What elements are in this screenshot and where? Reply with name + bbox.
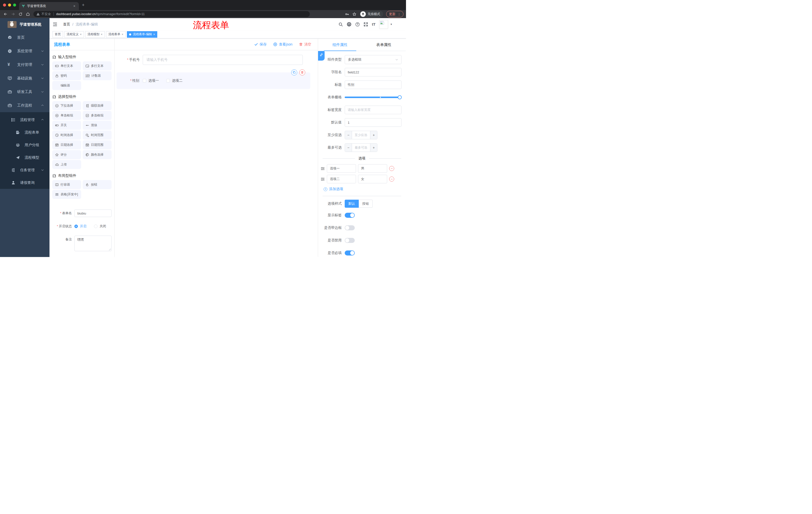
sidebar-logo[interactable]: 芋道管理系统 [0,18,50,31]
component-type-select[interactable]: 多选框组 [345,55,402,64]
label-width-input[interactable]: 请输入标签宽度 [345,106,402,114]
palette-item-date-picker[interactable]: 日期选择 [52,140,81,150]
remove-option-button[interactable]: − [389,177,394,182]
increase-icon[interactable]: + [370,131,377,139]
delete-component-button[interactable] [299,70,305,76]
status-on-label[interactable]: 开启 [80,224,86,228]
bookmark-star-icon[interactable] [352,12,356,16]
status-off-radio[interactable] [94,224,97,228]
style-default-button[interactable]: 默认 [345,200,359,208]
form-remark-textarea[interactable]: 嘿嘿 [75,236,112,251]
url-bar[interactable]: 不安全 dashboard.yudao.iocoder.cn/bpm/manag… [33,11,310,17]
checkbox-icon[interactable] [166,79,170,82]
help-icon[interactable] [355,22,360,27]
browser-menu-icon[interactable]: ⋮ [398,12,401,16]
status-on-radio[interactable] [75,224,78,228]
sidebar-item-user-group[interactable]: 用户分组 [0,139,50,151]
palette-item-select[interactable]: 下拉选择 [52,101,81,110]
tag-process-model[interactable]: 流程模型× [85,31,105,38]
palette-item-counter[interactable]: 123计数器 [83,71,112,80]
add-option-button[interactable]: + 添加选项 [324,187,406,191]
forward-icon[interactable] [11,12,15,16]
breadcrumb-home[interactable]: 首页 [63,22,70,27]
min-select-stepper[interactable]: − 至少应选 + [345,131,377,139]
form-name-input[interactable]: biubiu [75,210,112,217]
canvas-field-phone[interactable]: 手机号 请输入手机号 [123,55,303,65]
close-icon[interactable]: × [101,33,103,36]
disabled-switch[interactable] [345,238,355,243]
sidebar-item-system[interactable]: 系统管理 [0,44,50,58]
tab-form-props[interactable]: 表单属性 [362,39,406,51]
link-badge[interactable] [318,51,325,61]
gender-option-2[interactable]: 选项二 [166,78,182,83]
palette-item-button[interactable]: 按钮 [83,180,112,189]
option-label-input[interactable]: 选项二 [327,175,356,183]
option-value-input[interactable]: 女 [358,175,387,183]
palette-item-time-range[interactable]: 时间范围 [83,131,112,140]
close-icon[interactable]: × [80,33,82,36]
palette-item-color-picker[interactable]: 颜色选择 [83,150,112,159]
max-select-input[interactable]: 最多可选 [352,143,370,152]
back-icon[interactable] [3,12,7,16]
new-tab-button[interactable]: + [82,3,85,7]
canvas-field-gender-selected[interactable]: 性别 选项一 选项二 [117,73,310,89]
option-value-input[interactable]: 男 [358,164,387,173]
zoom-window-button[interactable] [13,3,16,6]
clear-button[interactable]: 清空 [299,42,311,47]
reload-icon[interactable] [19,12,22,16]
palette-item-time-picker[interactable]: 时间选择 [52,131,81,140]
close-icon[interactable]: × [122,33,123,36]
decrease-icon[interactable]: − [345,131,352,139]
slider-handle[interactable] [398,95,402,99]
palette-item-row-container[interactable]: 行容器 [52,180,81,189]
border-switch[interactable] [345,225,355,231]
url-path[interactable]: /bpm/manager/form/edit?formId=11 [96,12,145,16]
minimize-window-button[interactable] [8,3,11,6]
security-label[interactable]: 不安全 [41,12,51,16]
sidebar-item-process-model[interactable]: 流程模型 [0,151,50,164]
fullscreen-icon[interactable] [364,22,368,27]
drag-handle-icon[interactable] [321,166,325,171]
max-select-stepper[interactable]: − 最多可选 + [345,143,377,152]
min-select-input[interactable]: 至少应选 [352,131,370,139]
palette-item-upload[interactable]: 上传 [52,160,81,169]
sidebar-item-workflow[interactable]: 工作流程 [0,99,50,112]
resize-grip-icon[interactable] [109,248,111,250]
show-label-switch[interactable] [345,213,355,218]
gender-option-1[interactable]: 选项一 [143,78,159,83]
github-icon[interactable] [347,22,351,27]
font-size-icon[interactable]: tT [372,22,375,26]
increase-icon[interactable]: + [370,143,377,152]
status-off-label[interactable]: 关闭 [99,224,106,228]
sidebar-item-leave-query[interactable]: 请假查询 [0,176,50,189]
palette-item-single-text[interactable]: 单行文本 [52,61,81,71]
drag-handle-icon[interactable] [321,177,325,181]
tag-process-definition[interactable]: 流程定义× [64,31,84,38]
sidebar-item-devtools[interactable]: 研发工具 [0,85,50,99]
option-label-input[interactable]: 选项一 [327,164,356,173]
sidebar-item-process-form[interactable]: 流程表单 [0,126,50,139]
decrease-icon[interactable]: − [345,143,352,152]
palette-item-multi-text[interactable]: 多行文本 [83,61,112,71]
palette-item-checkbox-group[interactable]: 多选框组 [83,111,112,120]
sidebar-item-home[interactable]: 首页 [0,31,50,44]
palette-item-radio-group[interactable]: 单选框组 [52,111,81,120]
palette-item-editor[interactable]: 编辑器 [52,81,81,90]
search-icon[interactable] [339,22,343,27]
browser-update-button[interactable]: 更新 ⋮ [386,11,404,17]
palette-item-rate[interactable]: 评分 [52,150,81,159]
password-key-icon[interactable] [345,12,349,16]
tag-home[interactable]: 首页 [53,31,63,38]
avatar[interactable] [379,20,388,29]
default-value-input[interactable]: 1 [345,118,402,127]
sidebar-item-task-mgmt[interactable]: 任务管理 [0,164,50,176]
field-name-input[interactable]: field122 [345,68,402,77]
close-icon[interactable]: × [153,33,155,36]
tab-close-icon[interactable]: × [72,4,76,8]
tag-process-form-edit[interactable]: 流程表单-编辑× [127,31,157,38]
url-domain[interactable]: dashboard.yudao.iocoder.cn [56,12,96,16]
home-icon[interactable] [26,12,30,16]
save-button[interactable]: 保存 [254,42,266,47]
checkbox-icon[interactable] [143,79,146,82]
macos-traffic-lights[interactable] [3,3,16,6]
